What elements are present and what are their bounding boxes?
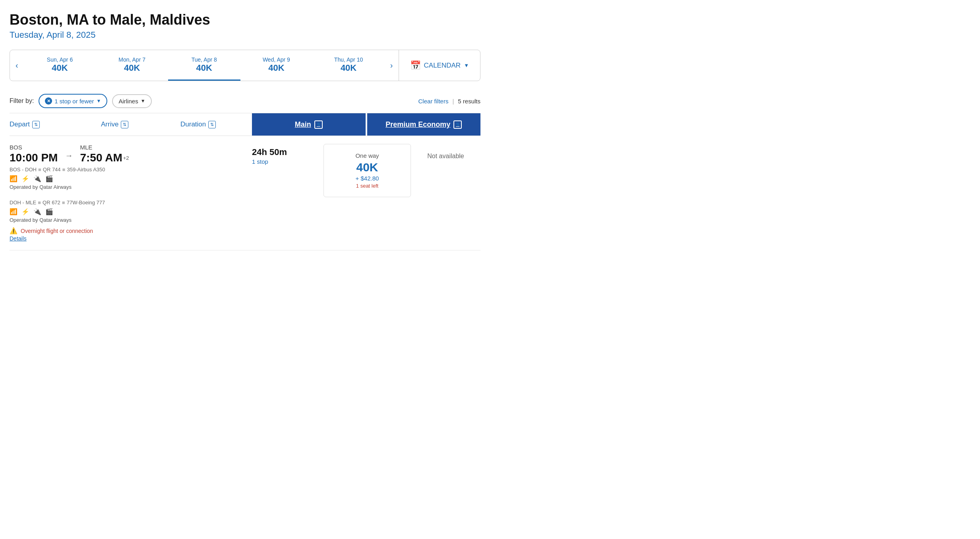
not-available-label: Not available bbox=[427, 153, 464, 160]
flight-num-1: QR 672 bbox=[43, 200, 60, 206]
page-date: Tuesday, April 8, 2025 bbox=[10, 30, 480, 40]
seats-left: 1 seat left bbox=[356, 183, 378, 189]
calendar-icon: 📅 bbox=[410, 60, 421, 71]
depart-time: 10:00 PM bbox=[10, 151, 58, 164]
usb-icon: 🔌 bbox=[33, 208, 41, 215]
premium-economy-col-header[interactable]: Premium Economy ⇅ bbox=[367, 113, 481, 136]
date-nav-dates: Sun, Apr 640KMon, Apr 740KTue, Apr 840KW… bbox=[24, 50, 385, 81]
date-item-1[interactable]: Mon, Apr 740K bbox=[96, 50, 168, 81]
warning-icon: ⚠️ bbox=[10, 227, 17, 235]
flight-dot2-0: ■ bbox=[62, 167, 66, 173]
airline-filter-label: Airlines bbox=[118, 98, 138, 105]
arrive-day-sup: +2 bbox=[123, 155, 129, 161]
calendar-button[interactable]: 📅 CALENDAR ▼ bbox=[399, 50, 480, 81]
premium-economy-col-label: Premium Economy bbox=[385, 120, 450, 129]
price-points: 40K bbox=[356, 161, 378, 174]
amenities-1: 📶⚡🔌🎬 bbox=[10, 208, 252, 215]
calendar-label: CALENDAR bbox=[424, 62, 461, 70]
operator-0: Operated by Qatar Airways bbox=[10, 184, 252, 190]
date-item-4[interactable]: Thu, Apr 1040K bbox=[312, 50, 385, 81]
prev-date-arrow[interactable]: ‹ bbox=[10, 50, 24, 81]
filter-results: Clear filters | 5 results bbox=[418, 98, 480, 105]
remove-filter-icon[interactable]: ✕ bbox=[45, 97, 52, 105]
stop-filter-label: 1 stop or fewer bbox=[54, 98, 94, 105]
next-date-arrow[interactable]: › bbox=[385, 50, 399, 81]
duration-col-header[interactable]: Duration ⇅ bbox=[180, 113, 252, 136]
price-card[interactable]: One way 40K + $42.80 1 seat left bbox=[323, 144, 411, 197]
flight-list: BOS 10:00 PM → MLE 7:50 AM+2 BOS - DOH ■… bbox=[10, 136, 480, 250]
aircraft-1: 77W-Boeing 777 bbox=[67, 200, 105, 206]
date-nav: ‹ Sun, Apr 640KMon, Apr 740KTue, Apr 840… bbox=[10, 50, 480, 81]
flight-duration-col: 24h 50m 1 stop bbox=[252, 144, 323, 165]
flight-left: BOS 10:00 PM → MLE 7:50 AM+2 BOS - DOH ■… bbox=[10, 144, 252, 242]
amenities-0: 📶⚡🔌🎬 bbox=[10, 175, 252, 182]
duration-time: 24h 50m bbox=[252, 147, 323, 157]
airline-filter-chevron-icon: ▼ bbox=[141, 98, 145, 104]
wifi-icon: 📶 bbox=[10, 175, 17, 182]
flight-arrive: MLE 7:50 AM+2 bbox=[80, 144, 129, 164]
flight-dot-0: ■ bbox=[38, 167, 41, 173]
segment-route-0: BOS - DOH ■ QR 744 ■ 359-Airbus A350 bbox=[10, 167, 252, 173]
details-link[interactable]: Details bbox=[10, 235, 27, 242]
clear-filters-link[interactable]: Clear filters bbox=[418, 98, 449, 105]
duration-sort-icon: ⇅ bbox=[208, 121, 216, 128]
arrive-airport: MLE bbox=[80, 144, 129, 151]
flight-dot2-1: ■ bbox=[62, 200, 65, 206]
overnight-warning: ⚠️ Overnight flight or connection bbox=[10, 227, 252, 235]
price-cash: + $42.80 bbox=[356, 175, 379, 182]
flight-dot-1: ■ bbox=[38, 200, 41, 206]
date-item-3[interactable]: Wed, Apr 940K bbox=[240, 50, 313, 81]
segment-route-label-1: DOH - MLE bbox=[10, 200, 36, 206]
date-item-2[interactable]: Tue, Apr 840K bbox=[168, 50, 240, 81]
overnight-text: Overnight flight or connection bbox=[21, 228, 93, 234]
depart-airport: BOS bbox=[10, 144, 58, 151]
main-sort-icon: ⇅ bbox=[314, 120, 323, 129]
premium-sort-icon: ⇅ bbox=[453, 120, 462, 129]
flight-row: BOS 10:00 PM → MLE 7:50 AM+2 BOS - DOH ■… bbox=[10, 136, 480, 250]
airline-filter-button[interactable]: Airlines ▼ bbox=[112, 94, 151, 108]
results-count: 5 results bbox=[458, 98, 480, 105]
duration-col-label: Duration bbox=[180, 120, 206, 128]
entertainment-icon: 🎬 bbox=[45, 208, 53, 215]
flight-price-col: One way 40K + $42.80 1 seat left bbox=[323, 144, 411, 197]
main-col-header[interactable]: Main ⇅ bbox=[252, 113, 366, 136]
calendar-chevron-icon: ▼ bbox=[464, 62, 469, 68]
premium-economy-unavailable: Not available bbox=[411, 144, 480, 160]
depart-sort-icon: ⇅ bbox=[32, 121, 40, 128]
depart-col-label: Depart bbox=[10, 120, 30, 128]
price-label: One way bbox=[355, 152, 379, 159]
flight-num-0: QR 744 bbox=[43, 167, 61, 173]
page-title: Boston, MA to Male, Maldives bbox=[10, 11, 480, 28]
power-icon: ⚡ bbox=[21, 175, 29, 182]
power-icon: ⚡ bbox=[21, 208, 29, 215]
segment-route-1: DOH - MLE ■ QR 672 ■ 77W-Boeing 777 bbox=[10, 200, 252, 206]
filter-bar: Filter by: ✕ 1 stop or fewer ▼ Airlines … bbox=[10, 89, 480, 113]
stop-filter-chevron-icon: ▼ bbox=[97, 98, 101, 104]
date-item-0[interactable]: Sun, Apr 640K bbox=[24, 50, 96, 81]
flight-depart: BOS 10:00 PM bbox=[10, 144, 58, 164]
entertainment-icon: 🎬 bbox=[45, 175, 53, 182]
aircraft-0: 359-Airbus A350 bbox=[67, 167, 105, 173]
operator-1: Operated by Qatar Airways bbox=[10, 217, 252, 223]
filter-divider: | bbox=[452, 98, 454, 105]
filter-label: Filter by: bbox=[10, 97, 34, 105]
arrow-icon: → bbox=[65, 151, 73, 160]
arrive-col-header[interactable]: Arrive ⇅ bbox=[101, 113, 180, 136]
arrive-sort-icon: ⇅ bbox=[121, 121, 128, 128]
segment-route-label-0: BOS - DOH bbox=[10, 167, 37, 173]
wifi-icon: 📶 bbox=[10, 208, 17, 215]
stops-count: 1 stop bbox=[252, 158, 323, 165]
arrive-col-label: Arrive bbox=[101, 120, 118, 128]
usb-icon: 🔌 bbox=[33, 175, 41, 182]
stop-filter-button[interactable]: ✕ 1 stop or fewer ▼ bbox=[39, 94, 107, 108]
column-headers: Depart ⇅ Arrive ⇅ Duration ⇅ Main ⇅ Prem… bbox=[10, 113, 480, 136]
flight-depart-info: BOS 10:00 PM → MLE 7:50 AM+2 bbox=[10, 144, 252, 164]
depart-col-header[interactable]: Depart ⇅ bbox=[10, 113, 101, 136]
main-col-label: Main bbox=[295, 120, 311, 129]
arrive-time: 7:50 AM bbox=[80, 151, 122, 164]
